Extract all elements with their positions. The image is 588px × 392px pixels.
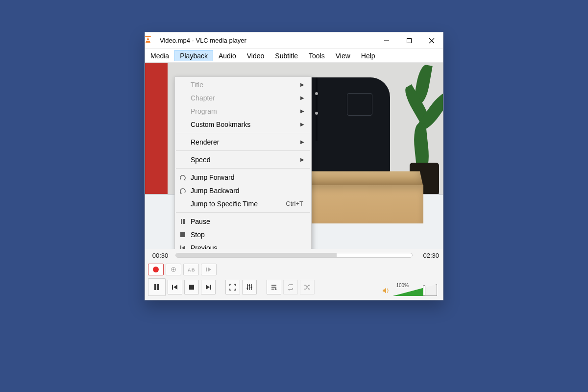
seek-track[interactable] xyxy=(175,253,413,258)
menu-separator xyxy=(176,168,310,169)
svg-rect-16 xyxy=(206,268,207,271)
shuffle-icon xyxy=(304,284,311,291)
fullscreen-button[interactable] xyxy=(225,280,240,294)
prev-icon xyxy=(175,245,191,249)
menuitem-custom-bookmarks[interactable]: Custom Bookmarks▶ xyxy=(175,118,311,131)
menuitem-renderer[interactable]: Renderer▶ xyxy=(175,135,311,148)
camera-icon xyxy=(171,267,176,272)
playback-menu-dropdown: Title▶Chapter▶Program▶Custom Bookmarks▶R… xyxy=(174,76,312,249)
svg-marker-23 xyxy=(206,285,210,290)
player-controls: 100% xyxy=(145,277,443,300)
svg-marker-17 xyxy=(208,268,211,271)
titlebar: Video.mp4 - VLC media player xyxy=(145,32,443,49)
menuitem-label: Renderer xyxy=(191,138,300,146)
menu-video[interactable]: Video xyxy=(242,49,270,62)
menuitem-label: Jump to Specific Time xyxy=(191,200,286,208)
advanced-controls: AB xyxy=(145,262,443,277)
submenu-arrow-icon: ▶ xyxy=(300,157,306,162)
menubar: MediaPlaybackAudioVideoSubtitleToolsView… xyxy=(145,49,443,63)
window-title: Video.mp4 - VLC media player xyxy=(160,37,246,44)
submenu-arrow-icon: ▶ xyxy=(300,108,306,114)
menuitem-shortcut: Ctrl+T xyxy=(286,200,306,207)
record-button[interactable] xyxy=(148,264,164,275)
stop-button[interactable] xyxy=(184,280,199,294)
menuitem-label: Program xyxy=(191,107,300,115)
playlist-button[interactable] xyxy=(267,280,281,294)
jump-backward-icon xyxy=(175,187,191,194)
menuitem-jump-to-specific-time[interactable]: Jump to Specific TimeCtrl+T xyxy=(175,197,311,210)
video-area[interactable]: Title▶Chapter▶Program▶Custom Bookmarks▶R… xyxy=(145,63,443,249)
svg-marker-5 xyxy=(180,192,182,194)
menuitem-label: Title xyxy=(191,81,300,89)
stop-icon xyxy=(175,232,191,238)
svg-rect-22 xyxy=(189,285,194,290)
menu-media[interactable]: Media xyxy=(145,49,174,62)
svg-rect-30 xyxy=(251,287,252,288)
menuitem-label: Pause xyxy=(191,218,306,225)
menuitem-jump-backward[interactable]: Jump Backward xyxy=(175,184,311,197)
svg-text:B: B xyxy=(192,268,195,272)
loop-icon xyxy=(287,284,294,291)
menu-tools[interactable]: Tools xyxy=(303,49,330,62)
menuitem-speed[interactable]: Speed▶ xyxy=(175,153,311,166)
close-button[interactable] xyxy=(420,32,443,49)
pause-button[interactable] xyxy=(148,278,166,296)
previous-button[interactable] xyxy=(168,280,182,294)
menuitem-label: Stop xyxy=(191,231,306,239)
skip-previous-icon xyxy=(172,284,178,291)
speaker-icon[interactable] xyxy=(382,287,390,296)
submenu-arrow-icon: ▶ xyxy=(300,95,306,100)
menuitem-pause[interactable]: Pause xyxy=(175,215,311,228)
menuitem-stop[interactable]: Stop xyxy=(175,228,311,241)
pause-icon xyxy=(175,219,191,224)
menu-playback[interactable]: Playback xyxy=(174,50,213,61)
submenu-arrow-icon: ▶ xyxy=(300,82,306,87)
menuitem-label: Jump Backward xyxy=(191,187,306,195)
menuitem-title: Title▶ xyxy=(175,78,311,91)
menuitem-label: Previous xyxy=(191,244,306,249)
seek-progress xyxy=(176,253,337,257)
snapshot-button[interactable] xyxy=(166,264,181,275)
volume-label: 100% xyxy=(396,283,409,288)
svg-rect-9 xyxy=(180,245,181,249)
jump-forward-icon xyxy=(175,174,191,181)
elapsed-time: 00:30 xyxy=(149,252,172,259)
menu-help[interactable]: Help xyxy=(356,49,381,62)
svg-rect-28 xyxy=(249,285,250,286)
playlist-icon xyxy=(270,284,277,291)
menu-separator xyxy=(176,212,310,213)
shuffle-button[interactable] xyxy=(300,280,315,294)
svg-marker-34 xyxy=(275,288,277,290)
menu-audio[interactable]: Audio xyxy=(213,49,242,62)
next-button[interactable] xyxy=(201,280,216,294)
stop-icon xyxy=(189,284,195,290)
svg-rect-7 xyxy=(183,219,185,224)
menuitem-previous[interactable]: Previous xyxy=(175,241,311,249)
loop-button[interactable] xyxy=(283,280,298,294)
menu-subtitle[interactable]: Subtitle xyxy=(270,49,303,62)
svg-marker-35 xyxy=(383,288,386,294)
menuitem-jump-forward[interactable]: Jump Forward xyxy=(175,171,311,184)
minimize-button[interactable] xyxy=(375,32,398,49)
menuitem-label: Jump Forward xyxy=(191,173,306,181)
menuitem-chapter: Chapter▶ xyxy=(175,91,311,104)
skip-next-icon xyxy=(205,284,212,291)
svg-rect-19 xyxy=(157,284,159,290)
frame-step-button[interactable] xyxy=(201,264,217,275)
menuitem-label: Custom Bookmarks xyxy=(191,121,300,128)
svg-rect-20 xyxy=(172,285,173,290)
loop-a-button[interactable]: AB xyxy=(183,264,199,275)
menuitem-label: Speed xyxy=(191,156,300,164)
svg-rect-8 xyxy=(180,232,185,237)
menu-view[interactable]: View xyxy=(330,49,356,62)
vlc-window: Video.mp4 - VLC media player MediaPlayba… xyxy=(145,32,443,300)
fullscreen-icon xyxy=(229,284,236,291)
maximize-button[interactable] xyxy=(398,32,420,49)
submenu-arrow-icon: ▶ xyxy=(300,122,306,127)
seek-bar-row: 00:30 02:30 xyxy=(145,249,443,262)
menuitem-program: Program▶ xyxy=(175,104,311,118)
menu-separator xyxy=(176,133,310,133)
svg-marker-10 xyxy=(182,245,185,249)
submenu-arrow-icon: ▶ xyxy=(300,139,306,145)
extended-settings-button[interactable] xyxy=(242,280,257,294)
